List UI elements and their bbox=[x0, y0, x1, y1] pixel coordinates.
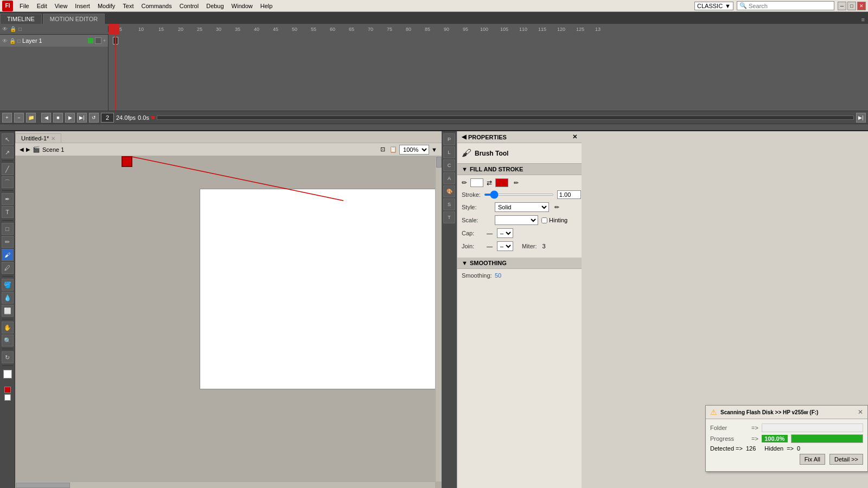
minimize-button[interactable]: ─ bbox=[838, 2, 846, 10]
fit-scene-btn[interactable]: ⊡ bbox=[380, 146, 385, 153]
rectangle-tool[interactable]: □ bbox=[2, 223, 14, 235]
pen-tool[interactable]: ✒ bbox=[2, 193, 14, 205]
line-tool[interactable]: ╱ bbox=[2, 163, 14, 175]
menu-help[interactable]: Help bbox=[257, 2, 276, 10]
timeline-end-btn[interactable]: ▶| bbox=[856, 113, 866, 123]
delete-layer-button[interactable]: − bbox=[14, 113, 24, 123]
pencil-tool[interactable]: ✏ bbox=[2, 236, 14, 248]
menu-view[interactable]: View bbox=[52, 2, 71, 10]
scale-row: Scale: Normal Hinting bbox=[462, 215, 577, 225]
menu-modify[interactable]: Modify bbox=[94, 2, 118, 10]
hscroll-thumb[interactable] bbox=[16, 483, 70, 488]
scene-breadcrumb: ◀ ▶ 🎬 Scene 1 ⊡ 📋 100% 75% 50% 25% 200% … bbox=[15, 143, 442, 156]
notif-progress-fill bbox=[792, 435, 863, 442]
fill-color-picker[interactable] bbox=[495, 178, 508, 187]
notif-progress-arrow: => bbox=[751, 435, 758, 442]
breadcrumb-arrow-right[interactable]: ▶ bbox=[26, 146, 30, 152]
detail-button[interactable]: Detail >> bbox=[829, 454, 863, 465]
smoothing-section: ▼ SMOOTHING Smoothing: 50 bbox=[457, 258, 582, 285]
join-select[interactable]: — bbox=[497, 241, 513, 251]
playhead-indicator bbox=[151, 116, 155, 119]
stroke-color-picker[interactable] bbox=[470, 178, 483, 187]
smoothing-header[interactable]: ▼ SMOOTHING bbox=[457, 258, 582, 269]
play-next-frame[interactable]: ▶ bbox=[65, 113, 75, 123]
stroke-value-input[interactable]: 1.00 bbox=[557, 190, 581, 199]
tab-motion-editor[interactable]: MOTION EDITOR bbox=[43, 14, 105, 24]
style-edit-icon: ✏ bbox=[554, 204, 559, 211]
tab-timeline[interactable]: TIMELINE bbox=[0, 14, 42, 24]
stroke-color-swatch[interactable] bbox=[3, 370, 12, 378]
restore-button[interactable]: □ bbox=[847, 2, 856, 10]
current-stroke[interactable] bbox=[4, 394, 11, 401]
cap-select[interactable]: — bbox=[497, 228, 513, 238]
loop-toggle[interactable]: ↺ bbox=[89, 113, 99, 123]
menu-insert[interactable]: Insert bbox=[72, 2, 93, 10]
clip-content-btn[interactable]: 📋 bbox=[390, 146, 397, 153]
menu-edit[interactable]: Edit bbox=[34, 2, 50, 10]
hinting-checkbox[interactable] bbox=[541, 217, 547, 223]
subselect-tool[interactable]: ↗ bbox=[2, 146, 14, 158]
play-prev-frame[interactable]: ◀ bbox=[41, 113, 51, 123]
smoothing-value[interactable]: 50 bbox=[495, 272, 501, 279]
timeline-header: 👁 🔒 □ 5 10 15 20 25 30 35 40 bbox=[0, 24, 868, 35]
ink-tool[interactable]: 🖊 bbox=[2, 262, 14, 274]
fill-swap-icon[interactable]: ⇄ bbox=[487, 179, 492, 187]
menu-commands[interactable]: Commands bbox=[138, 2, 175, 10]
fill-stroke-header[interactable]: ▼ FILL AND STROKE bbox=[457, 164, 582, 175]
lasso-tool[interactable]: ⌒ bbox=[2, 176, 14, 188]
timeline-hscroll[interactable] bbox=[0, 124, 868, 130]
color-panel-btn[interactable]: 🎨 bbox=[443, 185, 455, 197]
menu-window[interactable]: Window bbox=[228, 2, 256, 10]
frame-number-input[interactable]: 2 bbox=[101, 113, 114, 123]
notif-header: ⚠ Scanning Flash Disk >> HP v255w (F:) ✕ bbox=[706, 406, 867, 419]
eraser-tool[interactable]: ⬜ bbox=[2, 305, 14, 317]
hand-tool[interactable]: ✋ bbox=[2, 322, 14, 333]
new-layer-button[interactable]: + bbox=[2, 113, 12, 123]
timeline-expand-btn[interactable]: ≡ bbox=[858, 15, 868, 24]
align-panel-btn[interactable]: A bbox=[443, 172, 455, 184]
menu-control[interactable]: Control bbox=[176, 2, 202, 10]
play-stop[interactable]: ■ bbox=[53, 113, 63, 123]
menu-file[interactable]: File bbox=[16, 2, 33, 10]
menu-text[interactable]: Text bbox=[119, 2, 137, 10]
stroke-slider[interactable] bbox=[484, 194, 554, 196]
layer-add-frame[interactable]: + bbox=[103, 38, 106, 43]
components-panel-btn[interactable]: C bbox=[443, 159, 455, 171]
stage-vscroll[interactable] bbox=[435, 156, 442, 481]
vscroll-thumb[interactable] bbox=[436, 157, 442, 168]
scale-select[interactable]: Normal bbox=[495, 215, 538, 225]
app-logo[interactable]: Fl bbox=[2, 1, 13, 11]
zoom-select[interactable]: 100% 75% 50% 25% 200% bbox=[399, 145, 429, 155]
fps-display: 24.0fps bbox=[116, 114, 136, 121]
rotate-3d-tool[interactable]: ↻ bbox=[2, 351, 14, 363]
eyedropper-tool[interactable]: 💧 bbox=[2, 292, 14, 304]
timeline-progress-bar[interactable] bbox=[157, 115, 854, 120]
fix-all-button[interactable]: Fix All bbox=[800, 454, 825, 465]
library-panel-btn[interactable]: L bbox=[443, 146, 455, 158]
breadcrumb-arrow-left[interactable]: ◀ bbox=[20, 146, 24, 152]
canvas-area[interactable]: Onion Skin bbox=[15, 156, 442, 488]
style-select[interactable]: Solid Dashed Dotted bbox=[495, 202, 549, 212]
zoom-tool[interactable]: 🔍 bbox=[2, 335, 14, 346]
stage-hscroll[interactable] bbox=[15, 481, 435, 488]
brush-tool[interactable]: 🖌 bbox=[2, 249, 14, 261]
play-last-frame[interactable]: ▶| bbox=[77, 113, 87, 123]
properties-panel-btn[interactable]: P bbox=[443, 133, 455, 145]
doc-tab-close[interactable]: ✕ bbox=[51, 136, 55, 142]
notif-close-btn[interactable]: ✕ bbox=[858, 408, 863, 416]
paint-bucket[interactable]: 🪣 bbox=[2, 279, 14, 291]
doc-tab-untitled[interactable]: Untitled-1* ✕ bbox=[15, 133, 61, 143]
layer-folder-button[interactable]: 📁 bbox=[26, 113, 36, 123]
swatches-panel-btn[interactable]: S bbox=[443, 198, 455, 210]
properties-close-icon[interactable]: ✕ bbox=[572, 133, 577, 140]
close-button[interactable]: ✕ bbox=[857, 2, 866, 10]
layer-1-row[interactable]: 👁 🔒 □ Layer 1 + bbox=[0, 35, 108, 47]
workspace-selector[interactable]: CLASSIC ▼ bbox=[694, 2, 733, 10]
current-fill[interactable] bbox=[4, 387, 11, 393]
frame-area[interactable] bbox=[108, 35, 868, 111]
select-tool[interactable]: ↖ bbox=[2, 133, 14, 145]
transform-panel-btn[interactable]: T bbox=[443, 211, 455, 223]
menu-debug[interactable]: Debug bbox=[203, 2, 227, 10]
search-input[interactable] bbox=[749, 3, 832, 9]
text-tool[interactable]: T bbox=[2, 206, 14, 218]
